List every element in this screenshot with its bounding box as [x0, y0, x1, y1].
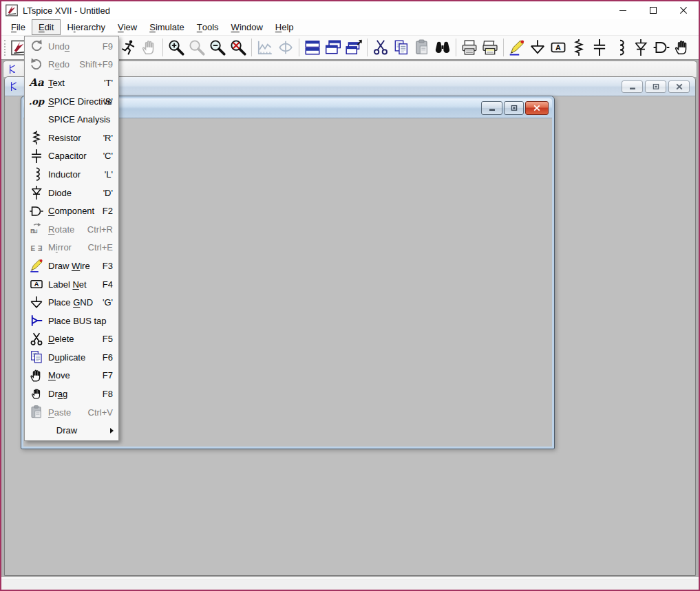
capacitor-button[interactable] — [589, 36, 610, 59]
zoom-in-button[interactable] — [166, 36, 187, 59]
menu-item-label: SPICE Analysis — [48, 114, 110, 125]
child-window-close-button[interactable] — [668, 80, 690, 93]
menu-item-draw-wire[interactable]: Draw WireF3 — [25, 257, 118, 275]
menu-item-spice-directive[interactable]: .opSPICE Directive'S' — [25, 92, 118, 111]
copy-button[interactable] — [391, 36, 412, 59]
menu-item-component[interactable]: ComponentF2 — [25, 202, 118, 220]
menubar-item-view[interactable]: View — [112, 19, 143, 35]
menu-item-diode[interactable]: Diode'D' — [25, 184, 118, 202]
menu-item-label: Redo — [48, 59, 70, 69]
tile-horizontal-button[interactable] — [302, 36, 323, 59]
inductor-icon — [611, 39, 629, 56]
menu-item-place-bus-tap[interactable]: Place BUS tap — [25, 312, 118, 330]
menu-item-inductor[interactable]: Inductor'L' — [25, 165, 118, 184]
pencil-icon — [29, 258, 44, 273]
menu-item-shortcut: 'R' — [103, 133, 113, 143]
halt-hand-icon — [140, 39, 158, 56]
maximize-button[interactable] — [638, 1, 668, 19]
menu-item-label: Draw Wire — [48, 261, 90, 271]
menu-item-redo[interactable]: RedoShift+F9 — [25, 56, 118, 74]
menu-item-label: Text — [48, 78, 65, 88]
child-window-minimize-button[interactable] — [622, 80, 643, 93]
menu-item-place-gnd[interactable]: Place GND'G' — [25, 293, 118, 312]
copy-icon — [392, 39, 410, 56]
menubar-item-edit[interactable]: Edit — [32, 19, 61, 35]
run-icon — [120, 39, 138, 56]
inductor-button[interactable] — [610, 36, 630, 59]
find-button[interactable] — [432, 36, 453, 59]
menu-item-capacitor[interactable]: Capacitor'C' — [25, 147, 118, 166]
cascade-button[interactable] — [323, 36, 343, 59]
hand-icon — [29, 368, 44, 383]
hand-icon — [673, 39, 691, 56]
menubar-item-simulate[interactable]: Simulate — [143, 19, 191, 35]
zoom-back-button[interactable] — [187, 36, 207, 59]
menu-item-draw[interactable]: Draw — [25, 421, 118, 440]
run-button[interactable] — [118, 36, 139, 59]
menu-item-shortcut: F2 — [103, 206, 113, 216]
halt-button[interactable] — [139, 36, 160, 59]
menu-item-delete[interactable]: DeleteF5 — [25, 330, 118, 349]
resistor-button[interactable] — [569, 36, 589, 59]
submenu-arrow-icon — [110, 428, 114, 433]
menu-item-label-net[interactable]: Label NetF4 — [25, 275, 118, 294]
autorange-button[interactable] — [255, 36, 275, 59]
label-net-button[interactable] — [548, 36, 569, 59]
bus-tap-icon — [29, 313, 44, 328]
paste-button[interactable] — [412, 36, 432, 59]
child-window-restore-button[interactable] — [645, 80, 666, 93]
menu-item-rotate[interactable]: RotateCtrl+R — [25, 220, 118, 239]
menu-item-shortcut: 'C' — [103, 151, 113, 161]
fft-button[interactable] — [275, 36, 296, 59]
diode-button[interactable] — [630, 36, 651, 59]
op-icon: .op — [29, 96, 44, 107]
menu-item-spice-analysis[interactable]: SPICE Analysis — [25, 110, 118, 129]
hand-small-icon — [30, 387, 43, 400]
cut-button[interactable] — [370, 36, 391, 59]
menu-item-mirror[interactable]: MirrorCtrl+E — [25, 239, 118, 257]
menu-item-icon-slot — [28, 295, 45, 310]
close-icon — [675, 83, 684, 91]
zoom-extents-button[interactable] — [228, 36, 248, 59]
toolbar-grip[interactable] — [4, 40, 6, 56]
menu-item-icon-slot — [28, 313, 45, 328]
menu-item-label: Place GND — [48, 297, 93, 308]
zoom-out-button[interactable] — [207, 36, 228, 59]
menu-item-shortcut: F5 — [103, 334, 113, 344]
minimize-icon — [487, 104, 497, 112]
menubar-item-hierarchy[interactable]: Hierarchy — [61, 19, 112, 35]
menu-item-text[interactable]: AaText'T' — [25, 74, 118, 92]
move-button[interactable] — [672, 36, 692, 59]
print-setup-button[interactable] — [480, 36, 500, 59]
paste-icon — [29, 405, 44, 420]
menu-item-label: Component — [48, 206, 94, 216]
place-ground-button[interactable] — [527, 36, 548, 59]
menu-item-label: Mirror — [48, 242, 72, 252]
child-window-restore-button[interactable] — [504, 101, 524, 115]
menubar-item-tools[interactable]: Tools — [191, 19, 225, 35]
menu-item-resistor[interactable]: Resistor'R' — [25, 129, 118, 147]
menu-item-duplicate[interactable]: DuplicateF6 — [25, 348, 118, 367]
menubar-item-window[interactable]: Window — [225, 19, 269, 35]
menubar-item-file[interactable]: File — [5, 19, 32, 35]
cascade-new-button[interactable] — [343, 36, 364, 59]
menu-item-shortcut: 'L' — [105, 169, 113, 180]
ground-icon — [529, 39, 547, 56]
title-bar[interactable]: LTspice XVII - Untitled — [1, 1, 699, 19]
menubar-item-help[interactable]: Help — [269, 19, 300, 35]
child-window-close-button[interactable] — [525, 101, 549, 115]
draw-wire-button[interactable] — [507, 36, 527, 59]
menu-item-paste[interactable]: PasteCtrl+V — [25, 403, 118, 422]
component-button[interactable] — [651, 36, 672, 59]
minimize-button[interactable] — [608, 1, 638, 19]
menu-item-drag[interactable]: DragF8 — [25, 385, 118, 403]
child-window-minimize-button[interactable] — [481, 101, 502, 115]
zoom-back-icon — [188, 39, 206, 56]
component-icon — [653, 39, 670, 56]
menu-item-icon-slot — [28, 204, 45, 219]
menu-item-move[interactable]: MoveF7 — [25, 367, 118, 385]
menu-item-icon-slot — [28, 277, 45, 292]
close-button[interactable] — [668, 1, 699, 19]
print-button[interactable] — [459, 36, 480, 59]
menu-item-undo[interactable]: UndoF9 — [25, 37, 118, 56]
